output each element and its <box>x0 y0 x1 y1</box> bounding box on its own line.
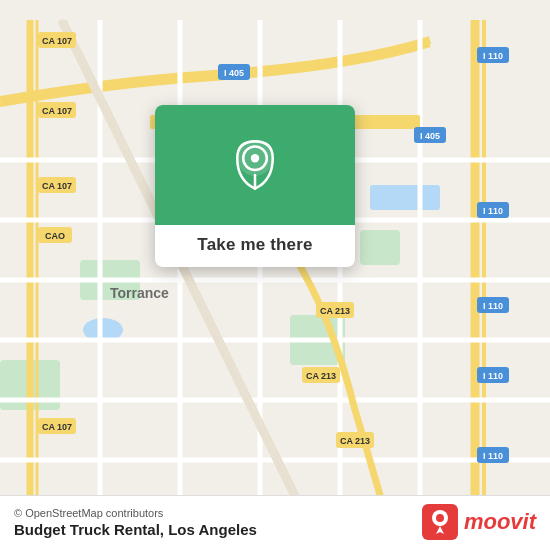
bottom-bar: © OpenStreetMap contributors Budget Truc… <box>0 495 550 550</box>
svg-point-62 <box>251 154 259 162</box>
moovit-logo[interactable]: moovit <box>422 504 536 540</box>
location-name: Budget Truck Rental, Los Angeles <box>14 521 257 538</box>
svg-text:CAO: CAO <box>45 231 65 241</box>
svg-text:CA 213: CA 213 <box>320 306 350 316</box>
osm-credit: © OpenStreetMap contributors <box>14 507 257 519</box>
svg-rect-3 <box>360 230 400 265</box>
svg-text:I 110: I 110 <box>483 451 503 461</box>
svg-text:I 405: I 405 <box>420 131 440 141</box>
svg-text:I 110: I 110 <box>483 371 503 381</box>
svg-rect-6 <box>370 185 440 210</box>
bottom-left: © OpenStreetMap contributors Budget Truc… <box>14 507 257 538</box>
moovit-label: moovit <box>464 509 536 535</box>
svg-text:I 110: I 110 <box>483 51 503 61</box>
svg-text:CA 107: CA 107 <box>42 36 72 46</box>
svg-text:CA 213: CA 213 <box>306 371 336 381</box>
svg-text:Torrance: Torrance <box>110 285 169 301</box>
svg-text:CA 107: CA 107 <box>42 422 72 432</box>
svg-text:CA 107: CA 107 <box>42 181 72 191</box>
svg-text:I 110: I 110 <box>483 206 503 216</box>
popup-card-bottom: Take me there <box>155 225 355 267</box>
moovit-icon <box>422 504 458 540</box>
take-me-there-button[interactable]: Take me there <box>197 235 312 255</box>
svg-text:CA 107: CA 107 <box>42 106 72 116</box>
map-svg: CA 107 CA 107 CA 107 CA 107 CAO I 405 I … <box>0 0 550 550</box>
svg-point-65 <box>436 514 444 522</box>
svg-text:I 405: I 405 <box>224 68 244 78</box>
location-pin-icon <box>228 138 282 192</box>
map-container: CA 107 CA 107 CA 107 CA 107 CAO I 405 I … <box>0 0 550 550</box>
svg-text:I 110: I 110 <box>483 301 503 311</box>
popup-card: Take me there <box>155 105 355 267</box>
svg-text:CA 213: CA 213 <box>340 436 370 446</box>
popup-card-header <box>155 105 355 225</box>
